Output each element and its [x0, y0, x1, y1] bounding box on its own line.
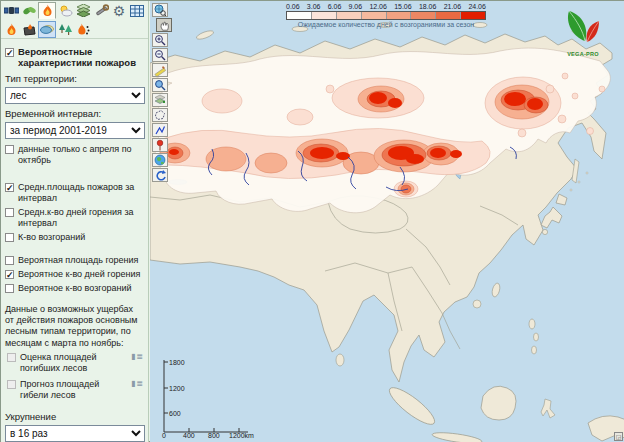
- metric-row: Вероятное к-во возгораний: [5, 283, 144, 294]
- svg-text:800: 800: [208, 432, 220, 438]
- main-toolbar: ⚙: [1, 1, 148, 20]
- april-october-checkbox[interactable]: [5, 145, 14, 154]
- metric-row: Вероятная площадь горения: [5, 255, 144, 266]
- hotspots-icon[interactable]: [74, 21, 92, 38]
- fire-icon[interactable]: [38, 2, 56, 19]
- section-title: Вероятностные характеристики пожаров: [18, 47, 144, 69]
- svg-text:0: 0: [162, 432, 166, 438]
- fire-sub-toolbar: [1, 20, 148, 39]
- vegetation-icon[interactable]: [20, 2, 38, 19]
- damage-note: Данные о возможных ущербах от действия п…: [5, 304, 144, 349]
- legend-color-ramp: [286, 11, 486, 20]
- forest-icon[interactable]: [56, 21, 74, 38]
- settings-gear-icon[interactable]: ⚙: [110, 2, 128, 19]
- interval-label: Временной интервал:: [5, 108, 144, 119]
- vega-pro-logo: VEGA-PRO: [557, 7, 609, 57]
- satellite-icon[interactable]: [2, 2, 20, 19]
- map-legend: 0.06 3.06 6.06 9.06 12.06 15.06 18.06 21…: [286, 3, 486, 28]
- metric-row: К-во возгораний: [5, 232, 144, 243]
- burned-area-icon[interactable]: [20, 21, 38, 38]
- resize-handle[interactable]: ◲: [614, 432, 623, 441]
- svg-text:600: 600: [169, 410, 181, 417]
- metric-avg-area-checkbox[interactable]: [5, 183, 14, 192]
- full-extent-icon[interactable]: [152, 3, 168, 17]
- damage-forecast-checkbox[interactable]: [7, 380, 16, 389]
- metric-row: Средн.площадь пожаров за интервал: [5, 182, 144, 204]
- april-october-label: данные только с апреля по октябрь: [18, 144, 144, 166]
- info-list-icon: ▮≣: [131, 379, 144, 388]
- section-probability: Вероятностные характеристики пожаров: [5, 47, 144, 69]
- svg-text:400: 400: [183, 432, 195, 438]
- weather-icon[interactable]: [56, 2, 74, 19]
- map-viewport[interactable]: 0.06 3.06 6.06 9.06 12.06 15.06 18.06 21…: [150, 1, 624, 442]
- vega-pro-window: ⚙ Вероятностные характеристики пожаров Т…: [0, 0, 624, 442]
- metric-prob-days-checkbox[interactable]: [5, 270, 14, 279]
- metric-prob-area-checkbox[interactable]: [5, 256, 14, 265]
- draw-line-icon[interactable]: [152, 123, 168, 137]
- placemark-icon[interactable]: [152, 138, 168, 152]
- measure-icon[interactable]: [152, 63, 168, 77]
- globe-icon[interactable]: [152, 153, 168, 167]
- two-leaves-icon: [557, 7, 609, 53]
- interval-select[interactable]: за период 2001-2019: [5, 122, 145, 139]
- territory-label: Тип территории:: [5, 73, 144, 84]
- sidebar: ⚙ Вероятностные характеристики пожаров Т…: [1, 1, 149, 442]
- gear-glyph: ⚙: [113, 4, 126, 18]
- tools-icon[interactable]: [92, 2, 110, 19]
- fires-icon[interactable]: [2, 21, 20, 38]
- info-list-icon: ▮≣: [131, 352, 144, 361]
- metric-row: Вероятное к-во дней горения: [5, 269, 144, 280]
- legend-ticks: 0.06 3.06 6.06 9.06 12.06 15.06 18.06 21…: [286, 3, 486, 10]
- damage-row: Прогноз площадей гибели лесов ▮≣: [7, 379, 144, 401]
- damage-row: Оценка площадей погибших лесов ▮≣: [7, 352, 144, 374]
- zoom-select[interactable]: в 16 раз: [5, 425, 145, 442]
- svg-text:1200km: 1200km: [229, 432, 254, 438]
- zoom-in-icon[interactable]: [152, 33, 168, 47]
- pan-hand-icon[interactable]: [156, 18, 172, 32]
- metric-ignitions-checkbox[interactable]: [5, 233, 14, 242]
- april-october-row: данные только с апреля по октябрь: [5, 144, 144, 166]
- territory-select[interactable]: лес: [5, 87, 145, 104]
- probability-maps-icon[interactable]: [38, 21, 56, 38]
- metric-prob-ignitions-checkbox[interactable]: [5, 284, 14, 293]
- map-tools: [152, 3, 176, 182]
- damage-estimate-checkbox[interactable]: [7, 353, 16, 362]
- select-area-icon[interactable]: [152, 108, 168, 122]
- section-checkbox[interactable]: [5, 48, 14, 57]
- layers-icon[interactable]: [74, 2, 92, 19]
- zoom-label: Укрупнение: [5, 411, 144, 422]
- svg-text:1200: 1200: [169, 385, 185, 392]
- map-scale: 1800 1200 600 0 400 800 1200km: [156, 356, 256, 439]
- legend-caption: Ожидаемое количество дней с возгораниями…: [286, 21, 486, 28]
- table-icon[interactable]: [128, 2, 146, 19]
- zoom-out-icon[interactable]: [152, 48, 168, 62]
- add-layer-icon[interactable]: [152, 93, 168, 107]
- metric-row: Средн.к-во дней горения за интервал: [5, 207, 144, 229]
- undo-icon[interactable]: [152, 168, 168, 182]
- metric-avg-days-checkbox[interactable]: [5, 208, 14, 217]
- identify-icon[interactable]: [152, 78, 168, 92]
- svg-text:1800: 1800: [169, 359, 185, 366]
